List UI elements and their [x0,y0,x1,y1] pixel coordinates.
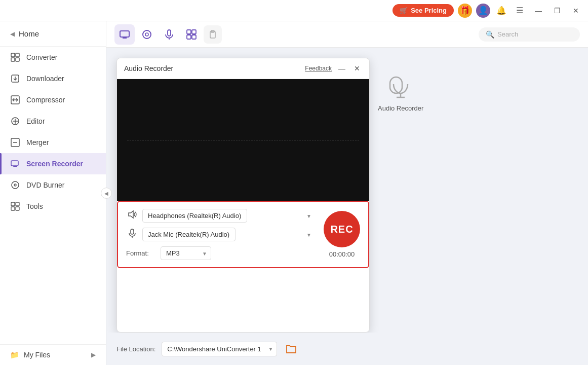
sidebar-my-files[interactable]: 📁 My Files ▶ [0,344,106,365]
timer-display: 00:00:00 [329,250,355,258]
home-label: Home [19,29,39,38]
svg-rect-37 [131,229,134,234]
file-location-select[interactable]: C:\Wondershare UniConverter 1 [162,342,277,356]
editor-label: Editor [26,117,45,125]
search-icon: 🔍 [486,30,494,39]
my-files-label: My Files [24,351,50,359]
speaker-select-arrow: ▼ [306,213,311,218]
sidebar-item-dvd-burner[interactable]: DVD Burner [0,174,106,196]
tool-screen-button[interactable] [114,24,135,45]
app-body: ◀ Home Converter Downloader Compressor [0,21,588,365]
tool-camera-button[interactable] [137,24,157,45]
dialog-close-button[interactable]: ✕ [352,63,362,74]
converter-label: Converter [26,53,57,61]
svg-rect-2 [11,58,15,61]
clipboard-button[interactable] [204,25,222,44]
mic-icon [126,228,138,241]
format-select[interactable]: MP3 WAV AAC FLAC [161,246,211,260]
sidebar-item-compressor[interactable]: Compressor [0,89,106,111]
minimize-button[interactable]: — [531,5,546,17]
sidebar-collapse-button[interactable]: ◀ [101,188,112,199]
svg-marker-36 [129,211,133,218]
dialog-minimize-button[interactable]: — [337,63,347,74]
sidebar-item-editor[interactable]: Editor [0,111,106,132]
tools-label: Tools [26,202,43,210]
screen-recorder-icon [10,159,20,169]
downloader-label: Downloader [26,75,64,83]
controls-left: Headphones (Realtek(R) Audio) Default Sp… [126,209,316,260]
dialog-title: Audio Recorder [124,64,173,72]
pricing-label: See Pricing [411,7,447,14]
sidebar-item-converter[interactable]: Converter [0,47,106,68]
bell-icon[interactable]: 🔔 [494,4,508,18]
downloader-icon [10,74,20,84]
svg-rect-13 [11,161,18,166]
tool-multi-button[interactable] [181,24,202,45]
search-input[interactable] [497,30,568,38]
svg-rect-32 [187,35,191,39]
my-files-icon: 📁 [10,351,19,359]
sidebar-item-merger[interactable]: Merger [0,132,106,153]
dvd-burner-icon [10,180,20,190]
compressor-icon [10,95,20,105]
sidebar-item-downloader[interactable]: Downloader [0,68,106,89]
screen-recorder-label: Screen Recorder [26,160,83,168]
controls-panel: Headphones (Realtek(R) Audio) Default Sp… [117,201,369,268]
speaker-select[interactable]: Headphones (Realtek(R) Audio) Default Sp… [142,209,247,223]
titlebar: 🛒 See Pricing 🎁 👤 🔔 ☰ — ❐ ✕ [0,0,588,21]
svg-rect-19 [11,202,15,206]
pricing-button[interactable]: 🛒 See Pricing [393,4,454,17]
right-panel: Audio Recorder [378,58,423,333]
svg-rect-31 [192,30,196,34]
rec-button[interactable]: REC [324,211,360,247]
browse-folder-button[interactable] [283,341,299,357]
content-area: Audio Recorder Feedback — ✕ [106,48,588,333]
speaker-icon [126,209,138,222]
svg-point-18 [14,184,16,186]
waveform-line [127,140,359,140]
dvd-burner-label: DVD Burner [26,181,64,189]
svg-rect-23 [120,31,129,37]
maximize-button[interactable]: ❐ [550,5,565,17]
tools-icon [10,201,20,211]
merger-icon [10,137,20,148]
feedback-link[interactable]: Feedback [305,65,332,72]
mic-select[interactable]: Jack Mic (Realtek(R) Audio) Default Micr… [142,228,236,241]
sidebar-item-screen-recorder[interactable]: Screen Recorder [0,153,106,174]
close-button[interactable]: ✕ [569,5,583,17]
svg-rect-20 [16,202,19,206]
menu-icon[interactable]: ☰ [513,4,527,18]
svg-rect-1 [16,53,19,57]
user-avatar[interactable]: 👤 [476,4,490,18]
audio-recorder-tile-label: Audio Recorder [378,104,423,112]
svg-point-17 [12,181,19,189]
file-location-bar: File Location: C:\Wondershare UniConvert… [106,333,588,365]
tool-audio-button[interactable] [159,24,179,45]
svg-rect-30 [187,30,191,34]
sidebar-item-tools[interactable]: Tools [0,196,106,217]
audio-recorder-tile-icon [384,68,417,100]
top-toolbar: 🔍 [106,21,588,48]
svg-rect-22 [16,207,19,210]
format-row: Format: MP3 WAV AAC FLAC ▼ [126,246,316,260]
editor-icon [10,116,20,126]
compressor-label: Compressor [26,96,65,104]
audio-recorder-tile[interactable]: Audio Recorder [378,68,423,112]
video-preview-area [117,79,369,201]
format-label: Format: [126,249,156,257]
svg-rect-28 [168,30,171,36]
svg-rect-0 [11,53,15,57]
sidebar: ◀ Home Converter Downloader Compressor [0,21,106,365]
svg-rect-33 [192,35,196,39]
mic-control-row: Jack Mic (Realtek(R) Audio) Default Micr… [126,228,316,241]
gift-icon[interactable]: 🎁 [458,4,472,18]
sidebar-home[interactable]: ◀ Home [0,21,106,47]
svg-rect-3 [16,58,19,61]
pricing-cart-icon: 🛒 [400,7,408,14]
controls-right: REC 00:00:00 [324,211,360,258]
svg-rect-21 [11,207,15,210]
back-arrow-icon: ◀ [10,30,15,38]
main-content: 🔍 Audio Recorder Feedback — ✕ [106,21,588,365]
dialog-titlebar: Audio Recorder Feedback — ✕ [117,58,369,79]
search-bar: 🔍 [479,27,580,42]
